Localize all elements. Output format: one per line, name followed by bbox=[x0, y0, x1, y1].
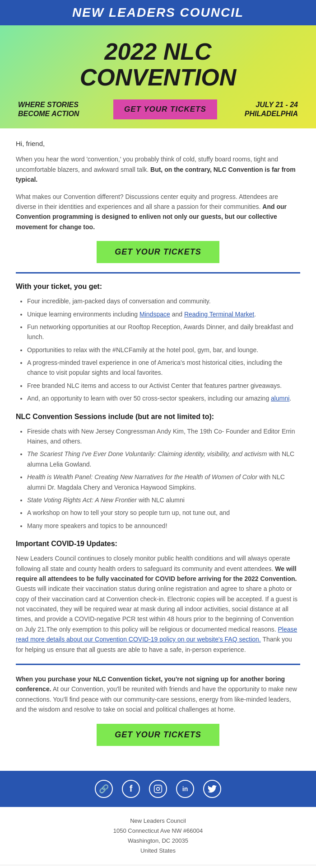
svg-point-1 bbox=[157, 787, 160, 790]
hero-cta-button[interactable]: GET YOUR TICKETS bbox=[113, 99, 217, 119]
hero-date: JULY 21 - 24PHILADELPHIA bbox=[245, 100, 298, 119]
tickets-section-title: With your ticket, you get: bbox=[16, 283, 300, 291]
second-cta-button[interactable]: GET YOUR TICKETS bbox=[97, 724, 219, 746]
list-item: Opportunities to relax with the #NLCFami… bbox=[27, 345, 300, 355]
covid-text-2: Guests will indicate their vaccination s… bbox=[16, 585, 297, 633]
address-line2: Washington, DC 20035 bbox=[9, 836, 307, 846]
divider-1 bbox=[16, 272, 300, 274]
link-icon[interactable]: 🔗 bbox=[95, 780, 113, 798]
address-footer: New Leaders Council 1050 Connecticut Ave… bbox=[0, 807, 316, 865]
list-item: A workshop on how to tell your story so … bbox=[27, 508, 300, 518]
sessions-title: NLC Convention Sessions include (but are… bbox=[16, 413, 300, 421]
header-banner: NEW LEADERS COUNCIL bbox=[0, 0, 316, 25]
divider-2 bbox=[16, 664, 300, 665]
org-name: New Leaders Council bbox=[9, 816, 307, 826]
second-paragraph: What makes our Convention different? Dis… bbox=[16, 192, 300, 232]
covid-text-1: New Leaders Council continues to closely… bbox=[16, 555, 290, 572]
list-item: Fun networking opportunities at our Roof… bbox=[27, 322, 300, 342]
list-item: And, an opportunity to learn with over 5… bbox=[27, 393, 300, 403]
linkedin-icon[interactable]: in bbox=[176, 780, 194, 798]
header-title: NEW LEADERS COUNCIL bbox=[9, 5, 307, 20]
first-cta-container: GET YOUR TICKETS bbox=[16, 241, 300, 263]
list-item: Health is Wealth Panel: Creating New Nar… bbox=[27, 472, 300, 492]
twitter-icon[interactable] bbox=[203, 780, 221, 798]
sessions-list: Fireside chats with New Jersey Congressm… bbox=[16, 426, 300, 531]
body-content: Hi, friend, When you hear the word 'conv… bbox=[0, 128, 316, 766]
covid-title: Important COVID-19 Updates: bbox=[16, 540, 300, 548]
hero-title: 2022 NLC CONVENTION bbox=[18, 39, 298, 90]
list-item: A progress-minded travel experience in o… bbox=[27, 358, 300, 378]
facebook-icon[interactable]: f bbox=[122, 780, 140, 798]
closing-text: At our Convention, you'll be reunited wi… bbox=[16, 685, 297, 713]
alumni-link[interactable]: alumni bbox=[271, 395, 289, 402]
closing-paragraph: When you purchase your NLC Convention ti… bbox=[16, 674, 300, 715]
list-item: Free branded NLC items and access to our… bbox=[27, 381, 300, 391]
hero-title-line2: CONVENTION bbox=[80, 64, 237, 90]
first-cta-button[interactable]: GET YOUR TICKETS bbox=[97, 241, 219, 263]
country: United States bbox=[9, 846, 307, 856]
intro-paragraph: When you hear the word 'convention,' you… bbox=[16, 154, 300, 184]
greeting: Hi, friend, bbox=[16, 140, 300, 147]
email-wrapper: NEW LEADERS COUNCIL 2022 NLC CONVENTION … bbox=[0, 0, 316, 868]
unsubscribe-section: If you believe you received this message… bbox=[0, 865, 316, 868]
list-item: Fireside chats with New Jersey Congressm… bbox=[27, 426, 300, 447]
svg-rect-0 bbox=[154, 785, 162, 793]
hero-tagline: WHERE STORIES BECOME ACTION bbox=[18, 100, 86, 119]
hero-title-line1: 2022 NLC bbox=[105, 38, 212, 65]
social-footer: 🔗 f in bbox=[0, 771, 316, 807]
second-text: What makes our Convention different? Dis… bbox=[16, 193, 278, 210]
hero-bottom: WHERE STORIES BECOME ACTION GET YOUR TIC… bbox=[18, 99, 298, 119]
ticket-benefits-list: Four incredible, jam-packed days of conv… bbox=[16, 296, 300, 404]
instagram-icon[interactable] bbox=[149, 780, 167, 798]
hero-section: 2022 NLC CONVENTION WHERE STORIES BECOME… bbox=[0, 25, 316, 128]
list-item: Unique learning environments including M… bbox=[27, 309, 300, 319]
list-item: Four incredible, jam-packed days of conv… bbox=[27, 296, 300, 306]
address-line1: 1050 Connecticut Ave NW #66004 bbox=[9, 826, 307, 836]
covid-paragraph: New Leaders Council continues to closely… bbox=[16, 553, 300, 655]
list-item: The Scariest Thing I've Ever Done Volunt… bbox=[27, 449, 300, 469]
svg-point-2 bbox=[160, 786, 161, 787]
mindspace-link[interactable]: Mindspace bbox=[139, 311, 170, 318]
list-item: Many more speakers and topics to be anno… bbox=[27, 521, 300, 531]
list-item: State Voting Rights Act: A New Frontier … bbox=[27, 495, 300, 505]
second-cta-container: GET YOUR TICKETS bbox=[16, 724, 300, 746]
reading-terminal-link[interactable]: Reading Terminal Market bbox=[184, 311, 254, 318]
